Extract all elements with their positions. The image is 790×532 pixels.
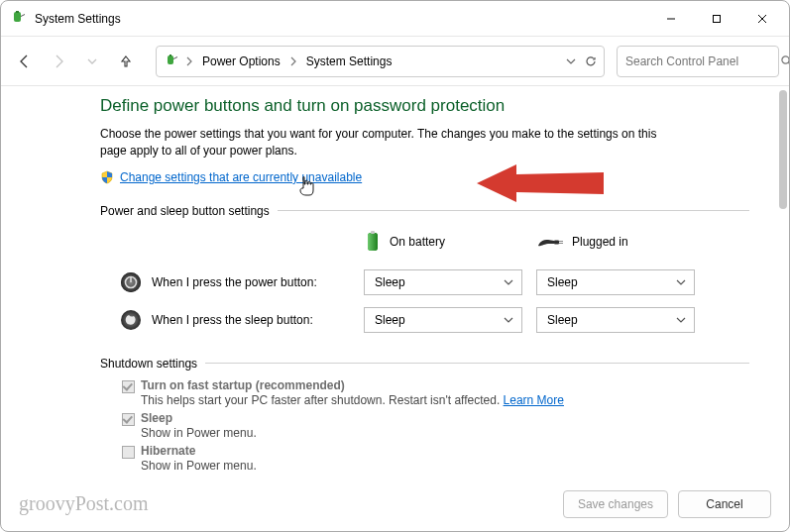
- svg-rect-0: [14, 12, 21, 22]
- svg-rect-7: [169, 54, 171, 56]
- section-shutdown-heading: Shutdown settings: [100, 357, 749, 371]
- checkbox-hibernate[interactable]: [122, 446, 135, 459]
- change-settings-link[interactable]: Change settings that are currently unava…: [120, 170, 362, 184]
- search-icon[interactable]: [780, 54, 790, 67]
- refresh-button[interactable]: [584, 54, 598, 68]
- save-changes-button[interactable]: Save changes: [563, 490, 668, 518]
- select-value: Sleep: [375, 275, 405, 289]
- window-title: System Settings: [35, 12, 121, 26]
- divider: [278, 210, 749, 211]
- option-fast-startup: Turn on fast startup (recommended) This …: [122, 378, 749, 407]
- shield-icon: [100, 170, 114, 184]
- option-title: Sleep: [141, 411, 257, 425]
- option-desc: Show in Power menu.: [141, 426, 257, 440]
- column-label: On battery: [390, 235, 445, 249]
- search-input[interactable]: [625, 54, 774, 68]
- forward-button[interactable]: [45, 48, 72, 75]
- section-power-sleep-heading: Power and sleep button settings: [100, 204, 749, 218]
- history-dropdown-button[interactable]: [566, 56, 576, 66]
- maximize-button[interactable]: [694, 4, 739, 34]
- column-label: Plugged in: [572, 235, 628, 249]
- content-area: Define power buttons and turn on passwor…: [1, 86, 789, 477]
- app-icon: [11, 11, 27, 27]
- row-sleep-button: When I press the sleep button:: [120, 301, 350, 339]
- option-desc: This helps start your PC faster after sh…: [141, 393, 564, 407]
- option-sleep: Sleep Show in Power menu.: [122, 411, 749, 440]
- chevron-down-icon: [504, 278, 513, 286]
- divider: [205, 363, 749, 364]
- svg-rect-6: [168, 55, 173, 64]
- option-title: Hibernate: [141, 444, 257, 458]
- scrollbar[interactable]: [779, 90, 787, 209]
- chevron-right-icon[interactable]: [288, 56, 298, 66]
- breadcrumb-system-settings[interactable]: System Settings: [302, 51, 396, 72]
- power-button-icon: [120, 271, 142, 293]
- power-button-battery-select[interactable]: Sleep: [364, 269, 522, 295]
- row-power-button: When I press the power button:: [120, 264, 350, 301]
- option-desc: Show in Power menu.: [141, 459, 257, 473]
- column-plugged-in: Plugged in: [536, 228, 695, 260]
- power-options-icon: [163, 53, 180, 70]
- svg-rect-1: [16, 11, 19, 13]
- close-button[interactable]: [739, 4, 785, 34]
- row-label-text: When I press the sleep button:: [152, 313, 313, 327]
- svg-rect-13: [554, 240, 559, 244]
- checkbox-sleep[interactable]: [122, 413, 135, 426]
- section-label: Shutdown settings: [100, 357, 197, 371]
- up-button[interactable]: [112, 48, 140, 75]
- plug-icon: [536, 234, 564, 250]
- battery-icon: [364, 230, 382, 254]
- sleep-button-battery-select[interactable]: Sleep: [364, 307, 522, 333]
- svg-rect-11: [368, 233, 378, 251]
- learn-more-link[interactable]: Learn More: [504, 393, 564, 407]
- column-on-battery: On battery: [364, 224, 522, 264]
- annotation-arrow-icon: [477, 159, 606, 208]
- sleep-button-plugged-select[interactable]: Sleep: [536, 307, 695, 333]
- chevron-down-icon: [504, 316, 513, 324]
- option-hibernate: Hibernate Show in Power menu.: [122, 444, 749, 473]
- recent-locations-button[interactable]: [78, 48, 106, 75]
- address-bar[interactable]: Power Options System Settings: [156, 46, 605, 77]
- svg-rect-12: [371, 231, 375, 234]
- watermark: groovyPost.com: [19, 492, 149, 515]
- titlebar: System Settings: [1, 1, 789, 37]
- navbar: Power Options System Settings: [1, 37, 789, 86]
- power-button-plugged-select[interactable]: Sleep: [536, 269, 695, 295]
- breadcrumb-power-options[interactable]: Power Options: [198, 51, 284, 72]
- svg-rect-3: [714, 15, 721, 22]
- page-description: Choose the power settings that you want …: [100, 126, 675, 160]
- select-value: Sleep: [375, 313, 405, 327]
- option-title: Turn on fast startup (recommended): [141, 378, 564, 392]
- section-label: Power and sleep button settings: [100, 204, 270, 218]
- footer: groovyPost.com Save changes Cancel: [1, 477, 789, 531]
- checkbox-fast-startup[interactable]: [122, 380, 135, 393]
- select-value: Sleep: [547, 313, 578, 327]
- row-label-text: When I press the power button:: [152, 275, 317, 289]
- chevron-down-icon: [676, 278, 686, 286]
- sleep-button-icon: [120, 309, 142, 331]
- minimize-button[interactable]: [648, 4, 694, 34]
- search-box[interactable]: [617, 46, 779, 77]
- chevron-right-icon[interactable]: [184, 56, 194, 66]
- select-value: Sleep: [547, 275, 578, 289]
- page-title: Define power buttons and turn on passwor…: [100, 96, 749, 116]
- cancel-button[interactable]: Cancel: [678, 490, 771, 518]
- chevron-down-icon: [676, 316, 686, 324]
- back-button[interactable]: [11, 48, 39, 75]
- svg-point-8: [782, 56, 789, 63]
- change-settings-row: Change settings that are currently unava…: [100, 170, 749, 184]
